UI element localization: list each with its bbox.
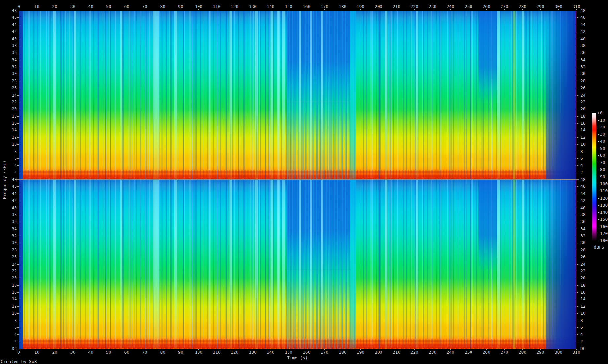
freq-tick-right — [577, 95, 578, 96]
feature-streak-dark — [192, 180, 193, 349]
time-tick-label-top: 120 — [227, 4, 243, 9]
freq-tick-label-left: 10 — [0, 142, 17, 147]
time-tick-bottom — [163, 349, 163, 350]
time-tick-bottom — [91, 349, 91, 350]
feature-streak-dark — [145, 11, 146, 180]
freq-tick-right — [577, 250, 578, 250]
feature-streak-cyan — [255, 11, 258, 180]
feature-streak-cyan — [74, 180, 76, 349]
colorbar-tick-label: -150 — [597, 217, 608, 222]
freq-tick-right — [577, 306, 578, 307]
freq-tick-left — [17, 222, 19, 222]
freq-tick-left — [17, 81, 19, 81]
freq-tick-label-left: 18 — [0, 114, 17, 119]
feature-streak-dark — [192, 11, 193, 180]
time-tick-label-bottom: 280 — [514, 350, 530, 355]
time-tick-top — [414, 9, 415, 10]
time-tick-bottom — [522, 349, 523, 350]
feature-streak-green — [513, 180, 515, 349]
colorbar-tick-label: -170 — [597, 231, 608, 236]
time-tick-label-top: 110 — [209, 4, 225, 9]
time-tick-label-bottom: 290 — [532, 350, 548, 355]
freq-tick-left — [17, 165, 19, 166]
feature-streak-cyan — [53, 180, 56, 349]
freq-tick-right — [577, 116, 578, 117]
feature-streak-cyan — [230, 180, 232, 349]
freq-tick-left — [17, 208, 19, 208]
freq-tick-label-left: 34 — [0, 227, 17, 231]
feature-silence — [19, 11, 23, 180]
time-tick-bottom — [504, 349, 505, 350]
freq-tick-label-left: 20 — [0, 107, 17, 111]
freq-tick-right — [577, 236, 578, 236]
time-tick-label-bottom: 260 — [478, 350, 494, 355]
freq-tick-right — [577, 60, 578, 60]
feature-streak-dark — [238, 180, 239, 349]
freq-tick-left — [17, 67, 19, 67]
colorbar-tick-label: -40 — [597, 139, 605, 144]
feature-streak-cyan — [120, 11, 122, 180]
freq-tick-right — [577, 194, 578, 194]
freq-tick-left — [17, 299, 19, 299]
time-tick-bottom — [217, 349, 217, 350]
dbfs-colorbar-title: dBFS — [592, 245, 607, 250]
time-tick-top — [558, 9, 559, 10]
freq-tick-label-right: 36 — [580, 50, 586, 55]
freq-tick-label-left: 22 — [0, 100, 17, 104]
freq-tick-label-left: 18 — [0, 283, 17, 288]
time-tick-label-top: 140 — [263, 4, 279, 9]
time-tick-bottom — [450, 349, 451, 350]
time-tick-bottom — [271, 349, 271, 350]
freq-tick-label-right: 42 — [580, 198, 586, 203]
freq-tick-label-left: 34 — [0, 58, 17, 62]
time-tick-label-top: 300 — [550, 4, 566, 9]
channel-separator-line — [16, 179, 579, 180]
freq-tick-right — [577, 137, 578, 138]
freq-tick-label-right: 32 — [580, 234, 586, 238]
feature-streak-cyan — [277, 180, 280, 349]
time-tick-label-bottom: 100 — [191, 350, 206, 355]
time-tick-bottom — [433, 349, 433, 350]
freq-tick-label-left: 46 — [0, 15, 17, 20]
freq-tick-left — [17, 292, 19, 293]
freq-tick-right — [577, 74, 578, 74]
feature-streak-cyan — [230, 11, 232, 180]
freq-tick-label-left: 26 — [0, 255, 17, 259]
time-tick-top — [540, 9, 541, 10]
freq-tick-label-left: 42 — [0, 198, 17, 203]
freq-tick-label-left: 26 — [0, 86, 17, 90]
time-tick-label-bottom: 30 — [65, 350, 81, 355]
time-tick-label-bottom: 240 — [442, 350, 458, 355]
time-tick-top — [145, 9, 145, 10]
feature-streak-cyan — [497, 11, 500, 180]
colorbar-tick-label: -110 — [597, 189, 608, 193]
freq-tick-label-right: 46 — [580, 184, 586, 189]
time-axis-title: Time (s) — [281, 356, 314, 360]
feature-quiet — [287, 180, 350, 349]
freq-tick-right — [577, 327, 578, 328]
freq-tick-left — [17, 32, 19, 32]
freq-tick-right — [577, 81, 578, 81]
freq-tick-right — [577, 158, 578, 159]
freq-tick-label-right: 22 — [580, 269, 586, 273]
freq-tick-left — [17, 229, 19, 229]
time-tick-label-bottom: 20 — [47, 350, 63, 355]
freq-tick-left — [17, 144, 19, 145]
freq-tick-left — [17, 306, 19, 307]
time-tick-label-bottom: 140 — [263, 350, 279, 355]
time-tick-top — [127, 9, 127, 10]
feature-streak-dark — [238, 11, 239, 180]
freq-tick-left — [17, 313, 19, 314]
time-tick-label-bottom: 50 — [101, 350, 117, 355]
time-tick-bottom — [127, 349, 127, 350]
time-tick-bottom — [198, 349, 199, 350]
time-tick-label-bottom: 130 — [245, 350, 260, 355]
freq-tick-label-left: 14 — [0, 128, 17, 132]
freq-tick-left — [17, 201, 19, 201]
freq-tick-right — [577, 186, 578, 187]
freq-tick-left — [17, 236, 19, 236]
freq-tick-label-right: 34 — [580, 58, 586, 62]
freq-tick-right — [577, 215, 578, 215]
freq-tick-right — [577, 201, 578, 201]
feature-streak-dark — [217, 180, 217, 349]
